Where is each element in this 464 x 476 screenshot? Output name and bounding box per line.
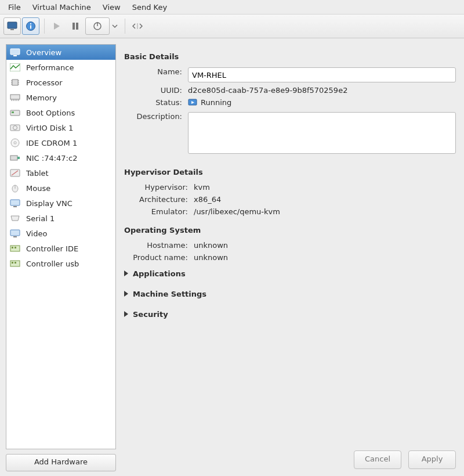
description-label: Description: <box>124 112 188 121</box>
hardware-list[interactable]: Overview Performance Processor Memory Bo… <box>6 44 116 449</box>
triangle-right-icon <box>124 291 128 297</box>
details-button[interactable] <box>22 17 39 35</box>
svg-rect-14 <box>12 80 18 85</box>
svg-rect-28 <box>12 111 14 113</box>
controller-icon <box>10 259 20 268</box>
menu-virtual-machine[interactable]: Virtual Machine <box>27 2 97 13</box>
fullscreen-button[interactable] <box>129 17 146 35</box>
svg-rect-7 <box>76 23 78 30</box>
sidebar-item-disk[interactable]: VirtIO Disk 1 <box>6 120 115 135</box>
menu-file[interactable]: File <box>2 2 27 13</box>
status-label: Status: <box>124 98 188 107</box>
sidebar-item-label: NIC :74:47:c2 <box>26 154 77 163</box>
sidebar-item-serial[interactable]: Serial 1 <box>6 211 115 226</box>
product-value: unknown <box>194 253 456 262</box>
power-menu-button[interactable] <box>110 17 120 35</box>
sidebar-item-nic[interactable]: NIC :74:47:c2 <box>6 150 115 165</box>
sidebar-item-controller-ide[interactable]: Controller IDE <box>6 241 115 256</box>
svg-rect-6 <box>72 23 75 30</box>
expander-security[interactable]: Security <box>124 310 456 319</box>
expander-label: Applications <box>133 269 186 278</box>
running-icon <box>188 99 197 107</box>
chevron-down-icon <box>112 24 118 28</box>
sidebar-item-tablet[interactable]: Tablet <box>6 165 115 181</box>
separator <box>125 19 125 34</box>
sidebar-item-label: Controller IDE <box>26 244 78 253</box>
sidebar-item-processor[interactable]: Processor <box>6 75 115 90</box>
display-icon <box>10 199 20 208</box>
svg-rect-34 <box>17 157 20 159</box>
serial-icon <box>10 214 20 223</box>
expander-label: Machine Settings <box>133 290 206 298</box>
product-label: Product name: <box>124 253 194 262</box>
cancel-button[interactable]: Cancel <box>354 450 401 469</box>
hostname-label: Hostname: <box>124 241 194 250</box>
sidebar-item-label: VirtIO Disk 1 <box>26 124 73 132</box>
sidebar-item-label: Mouse <box>26 184 50 193</box>
svg-rect-48 <box>14 262 16 264</box>
fullscreen-icon <box>132 22 143 30</box>
sidebar-item-memory[interactable]: Memory <box>6 90 115 105</box>
sidebar-item-performance[interactable]: Performance <box>6 60 115 75</box>
description-input[interactable] <box>188 112 456 154</box>
svg-rect-45 <box>14 247 16 248</box>
apply-button[interactable]: Apply <box>408 450 456 469</box>
sidebar-item-display[interactable]: Display VNC <box>6 196 115 211</box>
svg-rect-1 <box>10 29 14 30</box>
hypervisor-label: Hypervisor: <box>124 183 194 192</box>
hostname-value: unknown <box>194 241 456 250</box>
architecture-label: Architecture: <box>124 195 194 204</box>
name-input[interactable] <box>188 67 456 82</box>
info-icon <box>26 21 36 31</box>
sidebar-item-cdrom[interactable]: IDE CDROM 1 <box>6 135 115 150</box>
chart-icon <box>10 63 20 72</box>
memory-icon <box>10 93 20 102</box>
svg-rect-42 <box>13 236 17 237</box>
expander-applications[interactable]: Applications <box>124 269 456 278</box>
run-button[interactable] <box>48 17 66 35</box>
sidebar-item-mouse[interactable]: Mouse <box>6 181 115 196</box>
expander-label: Security <box>133 310 168 319</box>
expander-machine-settings[interactable]: Machine Settings <box>124 290 456 298</box>
monitor-icon <box>7 21 17 31</box>
svg-rect-40 <box>13 206 17 207</box>
power-icon <box>93 21 102 31</box>
svg-rect-41 <box>10 230 20 236</box>
menu-send-key[interactable]: Send Key <box>126 2 173 13</box>
svg-rect-3 <box>30 26 31 29</box>
sidebar-item-label: Performance <box>26 63 74 72</box>
boot-icon <box>10 108 20 117</box>
menu-view[interactable]: View <box>97 2 126 13</box>
play-icon <box>53 22 61 30</box>
sidebar-item-label: Boot Options <box>26 109 75 117</box>
sidebar-item-video[interactable]: Video <box>6 226 115 241</box>
video-icon <box>10 229 20 238</box>
footer: Cancel Apply <box>124 450 456 469</box>
menubar: File Virtual Machine View Send Key <box>0 0 464 14</box>
triangle-right-icon <box>124 271 128 276</box>
svg-marker-5 <box>54 23 60 30</box>
sidebar-item-label: Video <box>26 229 47 238</box>
emulator-value: /usr/libexec/qemu-kvm <box>194 207 456 216</box>
uuid-value: d2ce805d-caab-757a-e8e9-9b8f570259e2 <box>188 86 456 95</box>
pause-button[interactable] <box>67 17 84 35</box>
basic-details-title: Basic Details <box>124 52 456 61</box>
sidebar-item-controller-usb[interactable]: Controller usb <box>6 256 115 271</box>
add-hardware-button[interactable]: Add Hardware <box>6 454 116 471</box>
svg-rect-12 <box>13 55 17 56</box>
os-title: Operating System <box>124 226 456 235</box>
emulator-label: Emulator: <box>124 207 194 216</box>
cdrom-icon <box>10 138 20 147</box>
pause-icon <box>71 22 79 30</box>
sidebar-item-label: Processor <box>26 78 63 87</box>
details-pane: Basic Details Name: UUID: d2ce805d-caab-… <box>122 44 458 471</box>
sidebar-item-label: Display VNC <box>26 199 72 208</box>
sidebar-item-overview[interactable]: Overview <box>6 45 115 60</box>
uuid-label: UUID: <box>124 86 188 95</box>
sidebar-item-label: Serial 1 <box>26 214 55 223</box>
separator <box>44 19 45 34</box>
sidebar-item-label: Tablet <box>26 169 49 178</box>
sidebar-item-boot-options[interactable]: Boot Options <box>6 105 115 120</box>
console-button[interactable] <box>3 17 21 35</box>
power-button[interactable] <box>85 17 110 35</box>
